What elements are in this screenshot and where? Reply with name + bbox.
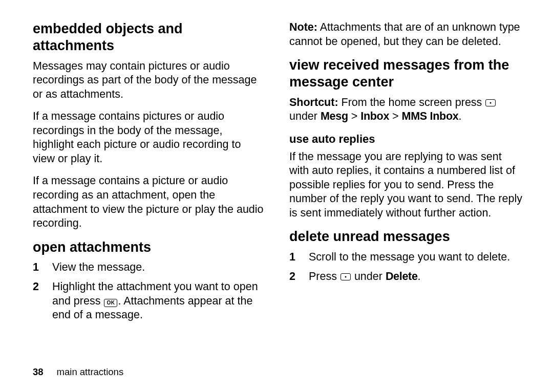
heading-delete-unread: delete unread messages bbox=[289, 228, 522, 245]
heading-open-attachments: open attachments bbox=[33, 239, 266, 256]
paragraph: If the message you are replying to was s… bbox=[289, 150, 522, 221]
text-fragment: Press bbox=[309, 270, 340, 282]
text-fragment: under bbox=[289, 110, 321, 122]
step-text: Highlight the attachment you want to ope… bbox=[52, 280, 266, 322]
note-paragraph: Note: Attachments that are of an unknown… bbox=[289, 20, 522, 49]
softkey-icon bbox=[341, 273, 351, 280]
step-text: Press under Delete. bbox=[309, 270, 522, 284]
step-number: 2 bbox=[289, 270, 309, 284]
heading-embedded-objects: embedded objects and attachments bbox=[33, 20, 266, 54]
path-separator: > bbox=[348, 110, 361, 122]
ordered-list: 1 Scroll to the message you want to dele… bbox=[289, 250, 522, 284]
list-item: 2 Highlight the attachment you want to o… bbox=[33, 280, 266, 322]
left-column: embedded objects and attachments Message… bbox=[33, 20, 266, 328]
shortcut-paragraph: Shortcut: From the home screen press und… bbox=[289, 96, 522, 124]
menu-path-mesg: Mesg bbox=[321, 110, 348, 122]
right-column: Note: Attachments that are of an unknown… bbox=[289, 20, 522, 328]
menu-path-mms-inbox: MMS Inbox bbox=[402, 110, 459, 122]
text-fragment: . bbox=[418, 270, 421, 282]
paragraph: Messages may contain pictures or audio r… bbox=[33, 59, 266, 102]
page-footer: 38main attractions bbox=[33, 366, 123, 378]
step-number: 2 bbox=[33, 280, 52, 294]
softkey-icon bbox=[485, 99, 496, 106]
note-body: Attachments that are of an unknown type … bbox=[289, 21, 520, 48]
text-fragment: From the home screen press bbox=[338, 96, 485, 108]
paragraph: If a message contains pictures or audio … bbox=[33, 110, 266, 166]
shortcut-label: Shortcut: bbox=[289, 96, 338, 108]
step-number: 1 bbox=[289, 250, 309, 265]
list-item: 2 Press under Delete. bbox=[289, 270, 522, 284]
ordered-list: 1 View the message. 2 Highlight the atta… bbox=[33, 260, 266, 322]
step-text: View the message. bbox=[52, 260, 266, 275]
page-body: embedded objects and attachments Message… bbox=[0, 0, 553, 328]
heading-use-auto-replies: use auto replies bbox=[289, 132, 522, 147]
menu-path-inbox: Inbox bbox=[360, 110, 389, 122]
page-number: 38 bbox=[33, 366, 44, 377]
paragraph: If a message contains a picture or audio… bbox=[33, 174, 266, 230]
list-item: 1 View the message. bbox=[33, 260, 266, 275]
step-text: Scroll to the message you want to delete… bbox=[309, 250, 522, 265]
text-fragment: under bbox=[351, 270, 386, 282]
section-title: main attractions bbox=[57, 366, 124, 377]
path-separator: > bbox=[389, 110, 402, 122]
list-item: 1 Scroll to the message you want to dele… bbox=[289, 250, 522, 265]
note-label: Note: bbox=[289, 21, 317, 33]
ok-key-icon: OK bbox=[104, 299, 117, 307]
softkey-label-delete: Delete bbox=[386, 270, 418, 282]
step-number: 1 bbox=[33, 260, 52, 275]
heading-view-received: view received messages from the message … bbox=[289, 57, 522, 91]
